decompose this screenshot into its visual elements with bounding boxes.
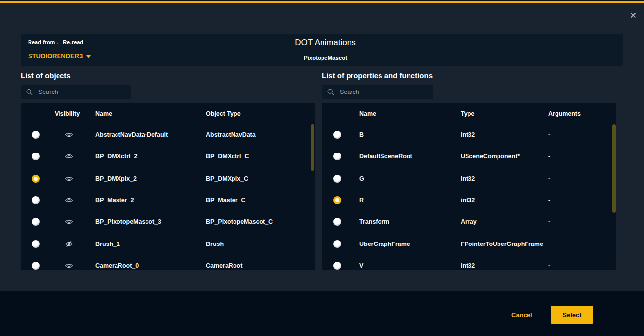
column-header-arguments: Arguments	[548, 110, 581, 117]
eye-icon	[65, 153, 73, 161]
objects-panel-heading: List of objects	[21, 71, 71, 80]
search-icon	[26, 89, 33, 95]
row-select-radio[interactable]	[32, 218, 40, 226]
close-icon	[630, 12, 636, 18]
row-select-radio[interactable]	[333, 218, 341, 226]
property-type: Array	[461, 218, 477, 225]
dialog-subtitle: PixotopeMascot	[28, 55, 623, 61]
property-name: R	[359, 197, 364, 204]
object-name: Brush_1	[95, 241, 120, 247]
row-select-radio[interactable]	[333, 240, 341, 248]
property-name: DefaultSceneRoot	[359, 153, 412, 160]
objects-search-input[interactable]	[38, 89, 131, 95]
object-name: BP_PixotopeMascot_3	[95, 218, 161, 225]
table-row: BP_DMXpix_2 BP_DMXpix_C	[21, 168, 315, 189]
row-select-radio[interactable]	[333, 262, 341, 270]
table-row: V int32 -	[322, 255, 616, 270]
eye-icon	[65, 131, 73, 139]
row-select-radio[interactable]	[32, 153, 40, 160]
property-arguments: -	[548, 197, 550, 204]
visibility-toggle[interactable]	[65, 261, 73, 270]
column-header-visibility: Visibility	[55, 110, 80, 117]
properties-search[interactable]	[322, 85, 433, 99]
row-select-radio[interactable]	[333, 131, 341, 139]
properties-panel-heading: List of properties and functions	[322, 71, 433, 80]
property-arguments: -	[548, 262, 550, 269]
property-arguments: -	[548, 175, 550, 182]
visibility-toggle[interactable]	[65, 174, 73, 183]
dialog-window: { "accent": "#f6b70b", "window": { "clos…	[0, 0, 644, 336]
row-select-radio[interactable]	[333, 175, 341, 183]
row-select-radio[interactable]	[32, 240, 40, 248]
table-row: UberGraphFrame FPointerToUberGraphFrame …	[322, 233, 616, 255]
object-type: CameraRoot	[206, 262, 242, 269]
cancel-button[interactable]: Cancel	[511, 311, 532, 319]
object-type: BP_PixotopeMascot_C	[206, 218, 273, 225]
property-name: UberGraphFrame	[359, 241, 410, 247]
properties-search-input[interactable]	[340, 89, 433, 95]
row-select-radio[interactable]	[333, 196, 341, 204]
visibility-toggle[interactable]	[65, 153, 73, 161]
dialog-header: Read from -Re-read STUDIORENDER3 DOT Ani…	[21, 34, 623, 66]
property-arguments: -	[548, 218, 550, 225]
objects-search[interactable]	[21, 85, 131, 99]
table-row: DefaultSceneRoot USceneComponent* -	[322, 146, 616, 167]
property-type: int32	[461, 175, 475, 182]
object-name: BP_DMXpix_2	[95, 175, 137, 182]
visibility-toggle[interactable]	[65, 218, 73, 226]
table-row: R int32 -	[322, 189, 616, 211]
property-name: Transform	[359, 218, 389, 225]
table-row: CameraRoot_0 CameraRoot	[21, 255, 315, 270]
eye-icon	[65, 261, 73, 270]
object-type: BP_DMXpix_C	[206, 175, 248, 182]
property-arguments: -	[548, 241, 550, 247]
close-button[interactable]	[630, 11, 636, 17]
row-select-radio[interactable]	[32, 175, 40, 183]
object-type: BP_DMXctrl_C	[206, 153, 249, 160]
eye-icon	[65, 196, 73, 204]
object-type: Brush	[206, 241, 224, 247]
property-type: int32	[461, 197, 475, 204]
table-row: Brush_1 Brush	[21, 233, 315, 255]
object-name: CameraRoot_0	[95, 262, 139, 269]
search-icon	[327, 89, 334, 95]
table-row: B int32 -	[322, 124, 616, 146]
visibility-toggle[interactable]	[65, 240, 73, 248]
visibility-toggle[interactable]	[65, 131, 73, 139]
row-select-radio[interactable]	[32, 196, 40, 204]
object-type: AbstractNavData	[206, 131, 256, 138]
accent-top-bar	[0, 1, 644, 3]
property-type: USceneComponent*	[461, 153, 520, 160]
object-name: BP_DMXctrl_2	[95, 153, 137, 160]
object-name: BP_Master_2	[95, 197, 134, 204]
objects-scrollbar-thumb[interactable]	[311, 124, 314, 171]
properties-table: Name Type Arguments B int32 - DefaultSce…	[322, 103, 616, 270]
property-type: int32	[461, 131, 475, 138]
eye-off-icon	[65, 240, 73, 248]
dialog-footer: Cancel Select	[0, 291, 644, 336]
row-select-radio[interactable]	[32, 131, 40, 139]
property-name: G	[359, 175, 364, 182]
table-row: BP_Master_2 BP_Master_C	[21, 189, 315, 211]
eye-icon	[65, 218, 73, 226]
object-name: AbstractNavData-Default	[95, 131, 168, 138]
row-select-radio[interactable]	[333, 153, 341, 160]
table-row: G int32 -	[322, 168, 616, 189]
properties-scrollbar-thumb[interactable]	[612, 124, 616, 213]
eye-icon	[65, 174, 73, 183]
property-arguments: -	[548, 131, 550, 138]
table-row: AbstractNavData-Default AbstractNavData	[21, 124, 315, 146]
table-row: BP_PixotopeMascot_3 BP_PixotopeMascot_C	[21, 211, 315, 233]
select-button[interactable]: Select	[551, 306, 593, 324]
dialog-title: DOT Animations	[28, 38, 623, 48]
property-arguments: -	[548, 153, 550, 160]
property-name: V	[359, 262, 363, 269]
property-name: B	[359, 131, 364, 138]
column-header-name: Name	[95, 110, 112, 117]
column-header-type: Type	[461, 110, 474, 117]
property-type: FPointerToUberGraphFrame	[461, 241, 543, 247]
property-type: int32	[461, 262, 475, 269]
row-select-radio[interactable]	[32, 262, 40, 270]
visibility-toggle[interactable]	[65, 196, 73, 204]
column-header-name: Name	[359, 110, 376, 117]
